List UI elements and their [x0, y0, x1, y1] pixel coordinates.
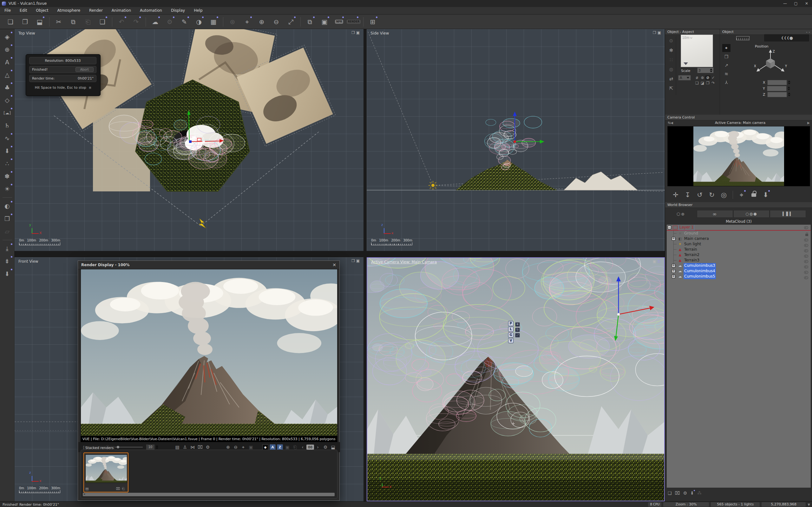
collapse-chevron-icon[interactable]: ⌄⌄	[805, 30, 811, 33]
menu-item[interactable]: Display	[166, 7, 189, 14]
object-aspect-header[interactable]: Object - Aspect	[665, 29, 720, 35]
add-text[interactable]: A	[1, 56, 14, 68]
add-path[interactable]: ∿	[1, 132, 14, 145]
next-camera-icon[interactable]: ▶	[807, 121, 810, 124]
status-caret-icon[interactable]: ▼	[808, 503, 810, 506]
orbit-camera-ccw[interactable]: ↺	[694, 190, 706, 200]
expand-toggle[interactable]	[672, 275, 675, 278]
previous-camera-icon[interactable]: ◀	[670, 121, 673, 124]
minimize-button[interactable]: —	[780, 0, 791, 7]
menu-item[interactable]: Render	[85, 7, 107, 14]
aspect-advanced[interactable]: ✻	[669, 48, 673, 53]
aspect-swap[interactable]: ⇄	[669, 76, 673, 82]
scale-input[interactable]: 3	[697, 67, 714, 73]
delete-object[interactable]: ⌧	[675, 491, 680, 496]
gizmo-mode-button[interactable]: G	[508, 332, 513, 337]
Cumulonimbus4[interactable]: Cumulonimbus4	[667, 268, 811, 274]
frame-counter[interactable]: 00	[306, 445, 314, 450]
object-properties[interactable]: ⚙	[162, 15, 177, 28]
move-camera-vertical[interactable]: ↧	[681, 190, 694, 200]
item-name[interactable]: Cumulonimbus3	[683, 263, 716, 268]
item-name[interactable]: Terrain	[683, 247, 698, 252]
render-window-close-icon[interactable]: ✕	[333, 262, 336, 268]
smart-drop[interactable]: ⇟	[1, 255, 14, 268]
stacked-renders[interactable]: ⧉	[303, 15, 317, 28]
add-light[interactable]: ☀	[1, 182, 14, 195]
aspect-phases[interactable]: ∷	[670, 57, 673, 63]
material-preview[interactable]: 10m ▾	[681, 35, 713, 67]
menu-item[interactable]: File	[0, 7, 15, 14]
separator[interactable]	[143, 15, 148, 28]
atmosphere-editor[interactable]: ☁	[148, 15, 162, 28]
add-ecosystem[interactable]: ∴	[1, 157, 14, 170]
menu-item[interactable]: Animation	[107, 7, 136, 14]
gizmo-rotate-icon[interactable]: ↻	[515, 328, 520, 332]
collapse-layer-toggle[interactable]: −	[668, 226, 671, 229]
flip-x[interactable]: ❏	[694, 81, 700, 85]
camera-preview[interactable]	[667, 126, 810, 186]
Terrain3[interactable]: Terrain3	[667, 258, 811, 263]
item-name[interactable]: Cumulonimbus4	[683, 268, 716, 274]
toggle-wireframe[interactable]: ⊕	[700, 75, 705, 80]
animation-timeline[interactable]: ▦	[206, 15, 221, 28]
item-name[interactable]: Cumulonimbus5	[683, 274, 716, 279]
thumb-image[interactable]: ▤	[85, 487, 89, 491]
viewport-top[interactable]: Top View ❒▣ Resolution: 800x533 Finished…	[14, 29, 363, 251]
Sun light[interactable]: Sun light	[667, 241, 811, 247]
npr-render[interactable]: NPR	[332, 15, 346, 28]
item-name[interactable]: Main camera	[683, 236, 710, 241]
save-file[interactable]: ⬓	[32, 15, 47, 28]
expand-toggle[interactable]	[672, 269, 675, 273]
item-name[interactable]: Ground	[683, 231, 699, 236]
flip-y[interactable]: ◪	[700, 81, 705, 85]
separator[interactable]	[221, 15, 225, 28]
zebra-overlay[interactable]: Z	[277, 444, 283, 450]
browser-settings[interactable]: ⚙	[683, 491, 687, 496]
separator[interactable]	[361, 15, 365, 28]
copy[interactable]: ⧉	[66, 15, 81, 28]
swap-camera-icon[interactable]: ⇆	[668, 121, 670, 125]
menu-item[interactable]: Atmosphere	[53, 7, 85, 14]
menu-item[interactable]: Object	[32, 7, 53, 14]
position-z-input[interactable]	[767, 92, 787, 97]
aspect-planet[interactable]: ◍	[669, 66, 673, 72]
tab-twist[interactable]: ≋	[722, 70, 730, 78]
add-leaf[interactable]: ✽	[1, 170, 14, 182]
ruler-icon[interactable]	[736, 36, 750, 40]
menu-item[interactable]: Edit	[15, 7, 32, 14]
pan-camera[interactable]: ✛	[670, 190, 681, 200]
add-rock[interactable]: ◇	[1, 94, 14, 107]
animation-toggle[interactable]: ❨❨❨●	[764, 34, 809, 42]
reset-transform[interactable]: ↷	[711, 81, 716, 85]
gizmo-mode-button[interactable]: P	[508, 321, 513, 326]
network-render[interactable]: ⊛	[225, 15, 240, 28]
redo[interactable]: ↷	[129, 15, 143, 28]
boolean-union[interactable]: ◐	[1, 200, 14, 212]
add-planet[interactable]: ♄	[1, 119, 14, 132]
layer-visibility-eye-icon[interactable]	[804, 226, 808, 229]
separator[interactable]	[1, 238, 14, 242]
render-area[interactable]: ▣	[317, 15, 332, 28]
expand-toggle[interactable]	[672, 237, 675, 240]
tab-axis[interactable]: ⅄	[722, 78, 730, 86]
open-file[interactable]: ❐	[18, 15, 32, 28]
zoom-out[interactable]: ⊖	[269, 15, 284, 28]
viewport-camera[interactable]: Active Camera View: Main Camera ▣⚿ PLGV …	[367, 257, 665, 501]
separator[interactable]	[730, 190, 735, 200]
new-scene[interactable]: ❏	[3, 15, 18, 28]
render[interactable]: RENDER	[346, 15, 361, 28]
Cumulonimbus5[interactable]: Cumulonimbus5	[667, 274, 811, 279]
objects-tab-icons[interactable]: ⬡⊕	[665, 212, 697, 216]
network-share[interactable]: ⁂	[697, 491, 702, 496]
zoom-spinner[interactable]	[156, 445, 158, 449]
Main camera[interactable]: Main camera	[667, 236, 811, 241]
orbit-camera-cw[interactable]: ↻	[706, 190, 718, 200]
zoom-in[interactable]: ⊕	[254, 15, 269, 28]
drop-object[interactable]: ⤓	[1, 242, 14, 255]
viewport-side[interactable]: Side View ❒▣ xz 0m100m200m300m	[367, 29, 665, 251]
stacked-render-thumbnail[interactable]: ▤⌧⎗	[84, 452, 129, 493]
world-browser-list[interactable]: − Layer 1 Ground Main camera	[666, 224, 811, 488]
resize-render[interactable]: ⤢	[284, 15, 298, 28]
Ground[interactable]: Ground	[667, 231, 811, 236]
zoom-slider[interactable]: 10	[114, 444, 158, 450]
